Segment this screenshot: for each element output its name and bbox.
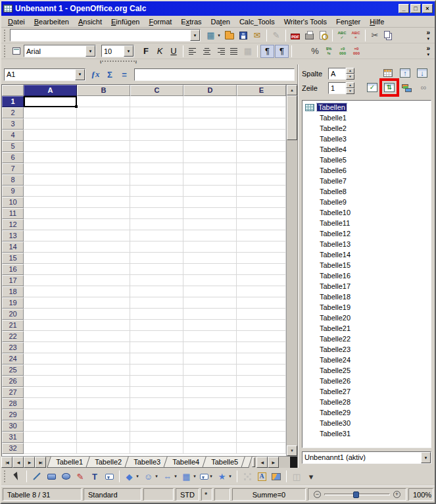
navigator-item-tabelle2[interactable]: Tabelle2 [303,123,431,134]
cell-d16[interactable] [183,264,237,275]
row-header-20[interactable]: 20 [2,309,24,320]
navigator-item-tabelle23[interactable]: Tabelle23 [303,344,431,355]
bold-button[interactable]: F [139,45,153,58]
column-up-icon[interactable]: ▲ [346,68,354,74]
rectangle-button[interactable] [45,470,58,483]
cell-c23[interactable] [130,342,183,353]
navigator-item-tabelle27[interactable]: Tabelle27 [303,386,431,397]
navigator-item-tabelle12[interactable]: Tabelle12 [303,228,431,239]
cell-b7[interactable] [77,163,130,174]
zoom-in-button[interactable]: + [393,491,400,498]
cell-a5[interactable] [24,141,77,152]
cell-b24[interactable] [77,353,130,365]
navigator-item-tabelle22[interactable]: Tabelle22 [303,334,431,344]
cell-a28[interactable] [24,398,77,409]
cell-d15[interactable] [183,253,237,264]
cell-d4[interactable] [183,130,237,141]
send-email-button[interactable]: ✉ [251,29,264,42]
cell-e26[interactable] [237,376,286,387]
cell-e8[interactable] [237,174,286,186]
callouts-button[interactable]: ▾ [199,470,214,483]
zoom-slider-thumb[interactable] [353,491,359,498]
minimize-button[interactable]: _ [399,4,409,13]
cell-b2[interactable] [77,107,130,118]
cell-a18[interactable] [24,286,77,297]
basic-shapes-button[interactable]: ◆▾ [123,470,141,483]
selection-mode-cell[interactable]: STD [176,488,199,501]
scroll-up-button[interactable]: ▲ [287,85,297,95]
cell-e30[interactable] [237,420,286,432]
row-header-10[interactable]: 10 [2,197,24,208]
navigator-root-tabellen[interactable]: Tabellen [303,102,431,113]
cell-c11[interactable] [130,208,183,219]
select-button[interactable] [10,470,23,483]
cell-e32[interactable] [237,443,286,454]
cell-d10[interactable] [183,197,237,208]
cell-e15[interactable] [237,253,286,264]
menu-format[interactable]: Format [144,17,176,26]
cell-a26[interactable] [24,376,77,387]
cell-a14[interactable] [24,241,77,253]
left-to-right-button[interactable]: ¶ [260,45,274,58]
cell-b31[interactable] [77,432,130,443]
cell-d8[interactable] [183,174,237,186]
name-box-dropdown-icon[interactable]: ▼ [75,69,85,80]
menu-bearbeiten[interactable]: Bearbeiten [30,17,74,26]
navigator-item-tabelle8[interactable]: Tabelle8 [303,186,431,197]
menu-extras[interactable]: Extras [176,17,206,26]
cell-c24[interactable] [130,353,183,365]
page-preview-button[interactable] [316,29,329,42]
row-header-11[interactable]: 11 [2,208,24,219]
cell-e22[interactable] [237,331,286,342]
navigator-item-tabelle3[interactable]: Tabelle3 [303,134,431,144]
right-to-left-button[interactable]: ¶ [275,45,289,58]
menu-hilfe[interactable]: Hilfe [365,17,389,26]
cell-b10[interactable] [77,197,130,208]
cell-c8[interactable] [130,174,183,186]
stars-dropdown-icon[interactable]: ▾ [228,474,233,479]
horizontal-scrollbar-track[interactable] [279,457,289,468]
cell-a23[interactable] [24,342,77,353]
cell-b15[interactable] [77,253,130,264]
page-style-cell[interactable]: Standard [84,488,141,501]
navigator-item-tabelle6[interactable]: Tabelle6 [303,165,431,176]
formula-bar-grip[interactable]: ▾▾ [100,61,137,63]
cell-a20[interactable] [24,309,77,320]
cell-d6[interactable] [183,152,237,163]
cell-d30[interactable] [183,420,237,432]
cell-d18[interactable] [183,286,237,297]
cell-a1[interactable] [24,96,77,107]
cell-e27[interactable] [237,387,286,398]
cell-d17[interactable] [183,275,237,286]
menu-einf-gen[interactable]: Einfügen [107,17,144,26]
cell-a6[interactable] [24,152,77,163]
row-header-12[interactable]: 12 [2,219,24,230]
cell-b5[interactable] [77,141,130,152]
toolbar-grip[interactable] [4,45,7,57]
cell-c28[interactable] [130,398,183,409]
freeform-line-button[interactable]: ✎ [74,470,87,483]
autospellcheck-button[interactable]: ABC≈ [349,29,362,42]
cell-b21[interactable] [77,320,130,331]
cell-d13[interactable] [183,230,237,241]
cell-a16[interactable] [24,264,77,275]
export-pdf-button[interactable]: PDF [289,29,302,42]
select-all-corner[interactable] [2,85,24,96]
sheet-tab-tabelle4[interactable]: Tabelle4 [163,457,208,468]
font-name-input[interactable] [24,45,85,57]
navigator-item-tabelle21[interactable]: Tabelle21 [303,323,431,334]
row-header-13[interactable]: 13 [2,230,24,241]
menu-ansicht[interactable]: Ansicht [74,17,107,26]
navigator-item-tabelle9[interactable]: Tabelle9 [303,197,431,207]
cell-d20[interactable] [183,309,237,320]
cell-c3[interactable] [130,118,183,130]
row-header-8[interactable]: 8 [2,174,24,186]
navigator-item-tabelle17[interactable]: Tabelle17 [303,281,431,291]
cell-a24[interactable] [24,353,77,365]
row-input[interactable] [328,82,346,94]
print-button[interactable] [303,29,316,42]
navigator-item-tabelle16[interactable]: Tabelle16 [303,270,431,281]
cell-e29[interactable] [237,409,286,420]
flowchart-button[interactable]: ▦▾ [180,470,198,483]
cell-c4[interactable] [130,130,183,141]
